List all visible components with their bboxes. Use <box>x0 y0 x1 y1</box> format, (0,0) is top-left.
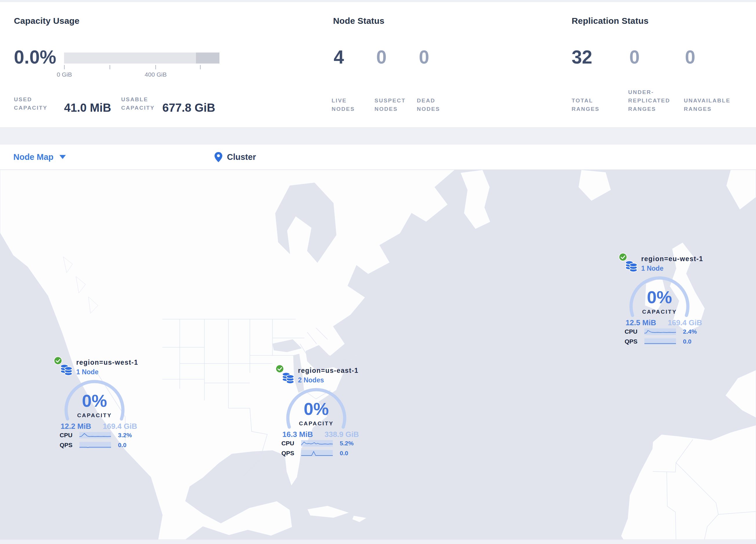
breadcrumb-label: Cluster <box>227 152 256 162</box>
qps-sparkline <box>644 338 676 345</box>
cluster-summary-bar: Capacity Usage 0.0% 0 GiB 400 GiB USED C… <box>0 2 756 128</box>
used-capacity-value: 41.0 MiB <box>64 101 111 114</box>
region-label: region=eu-west-1 <box>641 255 703 263</box>
capacity-used-value: 16.3 MiB <box>282 430 313 439</box>
under-replicated-label: UNDER-REPLICATED RANGES <box>628 88 680 113</box>
dead-nodes-count: 0 <box>419 48 429 66</box>
region-marker-us-west-1[interactable]: region=us-west-1 1 Node 0% CAPACITY 12.2… <box>54 356 150 453</box>
region-marker-eu-west-1[interactable]: region=eu-west-1 1 Node 0% CAPACITY 12.5… <box>619 253 715 349</box>
usable-capacity-label: USABLE CAPACITY <box>121 95 163 112</box>
node-count-link[interactable]: 2 Nodes <box>298 376 324 384</box>
qps-label: QPS <box>54 442 72 449</box>
node-map-page: Capacity Usage 0.0% 0 GiB 400 GiB USED C… <box>0 0 756 544</box>
map-toolbar: Node Map Cluster 10m Past 10 Minutes <box>0 144 756 170</box>
under-replicated-count: 0 <box>629 48 640 66</box>
usable-capacity-value: 677.8 GiB <box>162 101 215 114</box>
total-ranges-label: TOTAL RANGES <box>572 96 609 113</box>
capacity-used-value: 12.5 MiB <box>626 318 656 327</box>
node-count-link[interactable]: 1 Node <box>76 368 99 376</box>
cpu-sparkline <box>301 440 333 447</box>
dead-nodes-label: DEAD NODES <box>417 96 452 113</box>
cpu-value: 5.2% <box>340 440 354 447</box>
qps-label: QPS <box>619 338 637 345</box>
capacity-label: CAPACITY <box>63 412 126 419</box>
axis-tick <box>110 65 110 69</box>
cpu-row: CPU 3.2% <box>54 431 150 439</box>
map-geography <box>0 170 756 540</box>
capacity-bar <box>64 52 219 64</box>
qps-sparkline <box>79 442 111 448</box>
suspect-nodes-count: 0 <box>376 48 387 66</box>
capacity-percent: 0.0% <box>14 48 56 66</box>
region-label: region=us-west-1 <box>76 359 138 367</box>
used-capacity-label: USED CAPACITY <box>14 95 53 112</box>
breadcrumb[interactable]: Cluster <box>215 144 256 169</box>
capacity-used-value: 12.2 MiB <box>61 422 91 431</box>
capacity-bar-reserved-segment <box>196 52 219 64</box>
live-nodes-count: 4 <box>334 48 344 66</box>
capacity-total-value: 169.4 GiB <box>103 422 137 431</box>
unavailable-label: UNAVAILABLE RANGES <box>684 96 742 113</box>
database-stack-icon <box>625 260 638 273</box>
qps-value: 0.0 <box>118 442 126 449</box>
chevron-down-icon <box>59 155 66 159</box>
world-map[interactable]: region=us-west-1 1 Node 0% CAPACITY 12.2… <box>0 170 756 540</box>
region-marker-us-east-1[interactable]: region=us-east-1 2 Nodes 0% CAPACITY 16.… <box>275 365 372 461</box>
capacity-percent: 0% <box>285 400 348 418</box>
cpu-label: CPU <box>54 432 72 439</box>
live-nodes-label: LIVE NODES <box>332 96 366 113</box>
qps-value: 0.0 <box>683 338 691 345</box>
view-selector-dropdown[interactable]: Node Map <box>13 144 66 169</box>
region-label: region=us-east-1 <box>298 367 359 375</box>
axis-tick <box>200 65 201 69</box>
map-pin-icon <box>215 152 222 162</box>
node-status-title: Node Status <box>333 16 384 26</box>
capacity-percent: 0% <box>628 289 691 306</box>
cpu-sparkline <box>79 432 111 438</box>
qps-sparkline <box>301 450 333 456</box>
capacity-label: CAPACITY <box>285 420 348 427</box>
node-count-link[interactable]: 1 Node <box>641 264 664 273</box>
capacity-usage-title: Capacity Usage <box>14 16 79 26</box>
axis-tick <box>155 65 156 69</box>
axis-tick <box>64 65 65 69</box>
qps-row: QPS 0.0 <box>54 441 150 449</box>
database-stack-icon <box>60 363 73 377</box>
capacity-total-value: 169.4 GiB <box>668 318 702 327</box>
capacity-percent: 0% <box>63 392 126 410</box>
view-selector-label: Node Map <box>13 152 54 162</box>
qps-row: QPS 0.0 <box>619 338 715 345</box>
cpu-value: 3.2% <box>118 432 132 439</box>
axis-tick-label: 0 GiB <box>48 71 80 78</box>
cpu-value: 2.4% <box>683 328 697 335</box>
suspect-nodes-label: SUSPECT NODES <box>375 96 412 113</box>
axis-tick-label: 400 GiB <box>140 71 172 78</box>
cpu-sparkline <box>644 329 676 335</box>
qps-label: QPS <box>275 450 294 457</box>
cpu-label: CPU <box>619 328 637 335</box>
unavailable-count: 0 <box>685 48 695 66</box>
capacity-label: CAPACITY <box>628 309 691 315</box>
database-stack-icon <box>282 371 295 385</box>
cpu-row: CPU 2.4% <box>619 328 715 336</box>
qps-row: QPS 0.0 <box>275 449 372 457</box>
total-ranges-count: 32 <box>572 48 592 66</box>
cpu-label: CPU <box>275 440 294 447</box>
cpu-row: CPU 5.2% <box>275 440 372 447</box>
qps-value: 0.0 <box>340 450 348 457</box>
replication-status-title: Replication Status <box>572 16 648 26</box>
capacity-total-value: 338.9 GiB <box>324 430 359 439</box>
